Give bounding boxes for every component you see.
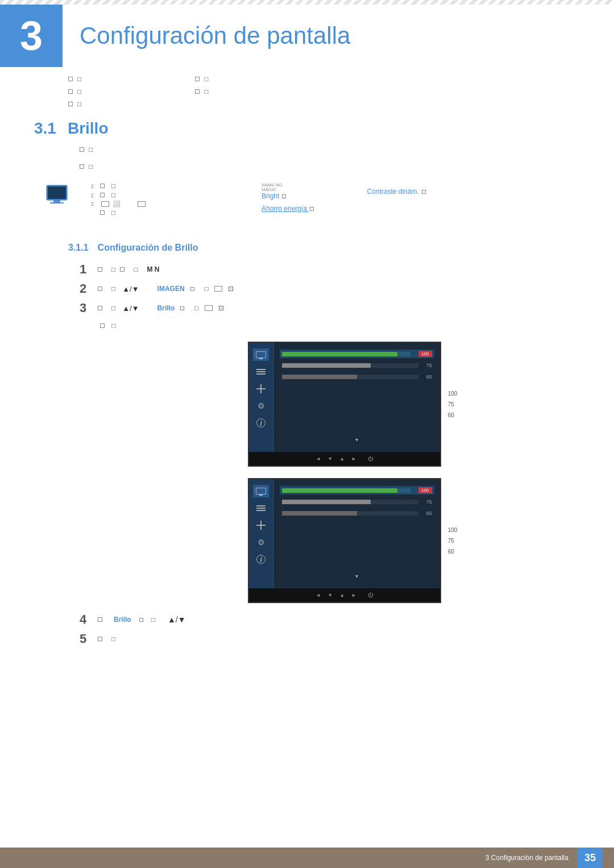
desc-bullet-1: □ [80,146,580,153]
header-stripe [0,0,614,5]
bullet-line-1b: □ [195,75,208,83]
step-4: 4 Brillo □ ▲/▼ [80,612,580,627]
sidebar2-monitor-icon [253,485,269,497]
svg-rect-1 [48,186,66,199]
chapter-header: 3 Configuración de pantalla [0,5,614,67]
subsection-311-header: 3.1.1 Configuración de Brillo [68,243,580,253]
monitor-1-bar-1: 100 [280,350,434,358]
sidebar-cross-icon [253,383,269,395]
sidebar2-cross-icon [253,519,269,531]
subsection-311-title: Configuración de Brillo [98,243,198,253]
monitor-1-sidebar: ⚙ i [249,343,274,466]
magic-bright-label: SAMS NGMAGIC Bright [262,183,287,200]
svg-rect-2 [53,200,60,202]
page-footer: 3 Configuración de pantalla 35 [0,848,614,868]
section-31-header: 3.1 Brillo [34,119,580,138]
sidebar-info-icon: i [253,417,269,429]
section-31-title: Brillo [68,119,109,138]
step-2: 2 □ ▲/▼ IMAGEN □ ⊡ [80,281,580,296]
monitor-2-side-values: 100 75 60 [448,527,458,555]
monitors-area: ⚙ i 100 [125,342,580,603]
step-5: 5 □ [80,632,580,646]
bullet-line-1a: □ [68,75,81,83]
step-1: 1 □ □ M N [80,262,580,277]
sidebar2-lines-icon [253,502,269,514]
monitor-1-bar-3: 60 [280,373,434,381]
monitor-1-side-values: 100 75 60 [448,391,458,418]
step-3: 3 □ ▲/▼ Brillo □ ⊡ [80,301,580,315]
monitor-1-container: ⚙ i 100 [248,342,458,467]
sidebar-lines-icon [253,366,269,378]
monitor-1: ⚙ i 100 [248,342,441,467]
sidebar-gear-icon: ⚙ [253,400,269,412]
step-note: □ [100,320,580,330]
monitor-2-sidebar: ⚙ i [249,479,274,602]
monitor-2-bar-2: 75 [280,498,434,506]
feature-sub-1: z □ [91,182,239,190]
sidebar-monitor-icon [253,348,269,361]
monitor-1-bar-2: 75 [280,362,434,369]
feature-sub-3: z ⬜ [91,200,239,207]
bullet-line-3: □ [68,100,580,108]
monitor-2-container: ⚙ i 100 [248,478,458,603]
ahorro-energia-label: Ahorro energía [262,205,580,213]
svg-rect-3 [50,202,64,203]
chapter-title: Configuración de pantalla [80,22,350,49]
bullet-line-2b: □ [195,88,208,95]
desc-bullet-2: □ [80,163,580,171]
monitor-2-bar-1: 100 [280,486,434,495]
feature-sub-2: z □ [91,191,239,199]
feature-row: z □ z □ z ⬜ [45,181,239,218]
feature-monitor-icon [45,183,74,211]
feature-sub-4: □ [91,209,239,217]
monitor-2: ⚙ i 100 [248,478,441,603]
sidebar2-gear-icon: ⚙ [253,536,269,549]
chapter-number-block: 3 [0,5,63,67]
subsection-311-number: 3.1.1 [68,243,89,253]
sidebar2-info-icon: i [253,553,269,566]
footer-page-number: 35 [578,848,603,868]
section-31-number: 3.1 [34,119,56,138]
contraste-dinam-label: Contraste dinám. [367,188,427,196]
monitor-2-bar-3: 60 [280,509,434,517]
bullet-line-2a: □ [68,88,81,95]
footer-text: 3 Configuración de pantalla [486,854,569,862]
